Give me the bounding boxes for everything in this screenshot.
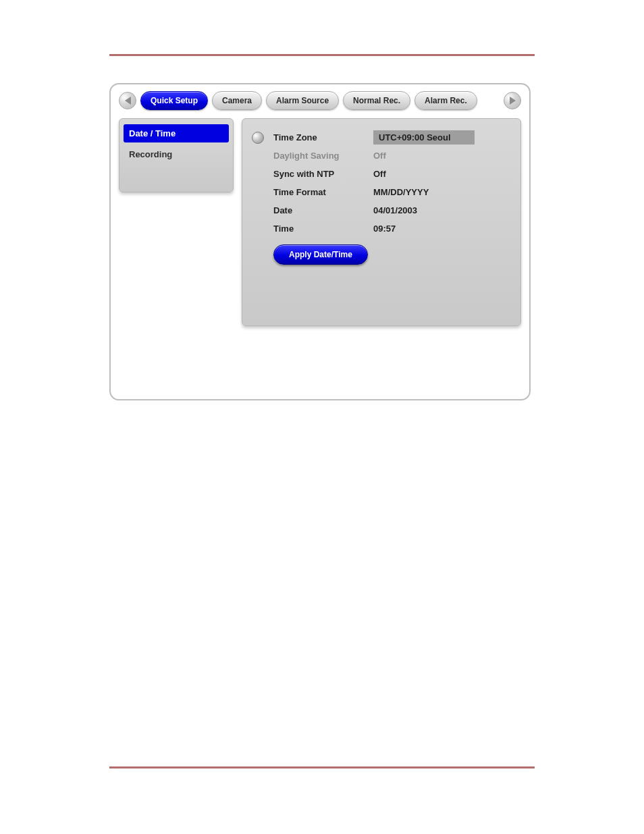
sidebar-item-recording[interactable]: Recording	[124, 145, 229, 163]
sidebar: Date / Time Recording	[119, 118, 234, 192]
divider-bottom	[109, 766, 535, 768]
label-time-zone: Time Zone	[273, 132, 373, 142]
tab-quick-setup[interactable]: Quick Setup	[140, 91, 208, 110]
value-daylight-saving: Off	[373, 151, 511, 161]
chevron-left-icon	[125, 97, 131, 105]
tab-normal-rec[interactable]: Normal Rec.	[343, 91, 410, 110]
divider-top	[109, 54, 535, 56]
row-sync-ntp: Sync with NTP Off	[252, 165, 511, 183]
sidebar-item-date-time[interactable]: Date / Time	[124, 124, 229, 142]
tab-alarm-rec[interactable]: Alarm Rec.	[414, 91, 477, 110]
value-sync-ntp[interactable]: Off	[373, 169, 511, 179]
tab-next-button[interactable]	[504, 92, 521, 109]
apply-date-time-button[interactable]: Apply Date/Time	[273, 244, 368, 265]
settings-window: Quick Setup Camera Alarm Source Normal R…	[109, 83, 531, 400]
content-panel: Time Zone UTC+09:00 Seoul Daylight Savin…	[242, 118, 521, 326]
label-daylight-saving: Daylight Saving	[273, 151, 373, 161]
value-time-format[interactable]: MM/DD/YYYY	[373, 187, 511, 197]
label-sync-ntp: Sync with NTP	[273, 169, 373, 179]
chevron-right-icon	[510, 97, 516, 105]
value-date[interactable]: 04/01/2003	[373, 205, 511, 215]
value-time-zone[interactable]: UTC+09:00 Seoul	[373, 130, 475, 145]
row-time: Time 09:57	[252, 219, 511, 238]
tab-prev-button[interactable]	[119, 92, 136, 109]
tab-camera[interactable]: Camera	[212, 91, 262, 110]
value-time[interactable]: 09:57	[373, 224, 511, 234]
tab-bar: Quick Setup Camera Alarm Source Normal R…	[119, 91, 521, 110]
row-date: Date 04/01/2003	[252, 201, 511, 219]
label-time: Time	[273, 224, 373, 234]
row-daylight-saving: Daylight Saving Off	[252, 147, 511, 165]
label-time-format: Time Format	[273, 187, 373, 197]
tab-alarm-source[interactable]: Alarm Source	[266, 91, 339, 110]
row-time-format: Time Format MM/DD/YYYY	[252, 183, 511, 201]
indicator-icon	[252, 132, 264, 144]
row-time-zone: Time Zone UTC+09:00 Seoul	[252, 128, 511, 147]
label-date: Date	[273, 205, 373, 215]
